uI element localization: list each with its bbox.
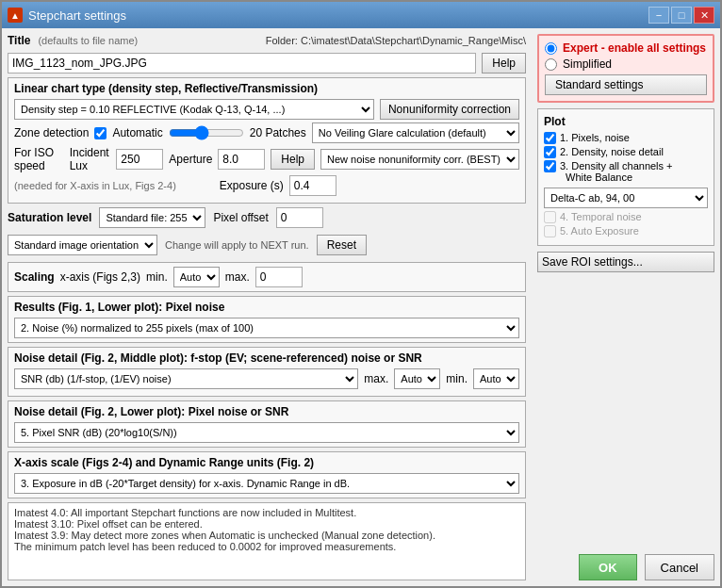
minimize-button[interactable]: − [648,7,669,24]
titlebar-controls: − □ ✕ [648,7,714,24]
xaxis-title: X-axis scale (Figs 2-4) and Dynamic Rang… [14,456,519,469]
lux-input[interactable] [116,149,163,170]
iso-label: For ISO speed [14,146,64,172]
titlebar-left: ▲ Stepchart settings [8,8,126,23]
nonuniformity-button[interactable]: Nonuniformity correction [380,99,519,120]
plot-title: Plot [544,115,708,128]
results-title: Results (Fig. 1, Lower plot): Pixel nois… [14,301,519,314]
change-note: Change will apply to NEXT run. [165,239,309,251]
results-section: Results (Fig. 1, Lower plot): Pixel nois… [8,296,526,343]
automatic-label: Automatic [112,126,162,139]
plot-checkbox-5[interactable] [544,225,556,237]
chart-section-title: Linear chart type (density step, Reflect… [14,82,519,95]
save-roi-button[interactable]: Save ROI settings... [537,252,714,272]
plot-label-3: 3. Density all channels + White Balance [560,160,673,183]
standard-file-select[interactable]: Standard file: 255 [99,207,205,228]
density-select[interactable]: Density step = 0.10 REFLECTIVE (Kodak Q-… [14,99,374,120]
scaling-section: Scaling x-axis (Figs 2,3) min. Auto max. [8,262,526,292]
noise-mid-min-select[interactable]: Auto [473,368,519,389]
simplified-label: Simplified [563,57,612,71]
needed-label: (needed for X-axis in Lux, Figs 2-4) [14,180,176,191]
plot-checkbox-2[interactable] [544,146,556,158]
reset-button[interactable]: Reset [317,235,367,255]
expert-panel: Expert - enable all settings Simplified … [537,34,714,103]
orientation-select[interactable]: Standard image orientation [8,235,157,255]
min-label: min. [146,270,168,284]
noise-select[interactable]: New noise nonuniformity corr. (BEST) [320,149,519,170]
content-area: Title (defaults to file name) Folder: C:… [2,28,720,586]
exposure-label: Exposure (s) [220,179,284,192]
orientation-row: Standard image orientation Change will a… [8,235,526,255]
help-button-top[interactable]: Help [482,53,526,74]
patches-label: 20 Patches [250,126,306,139]
plot-checkbox-3[interactable] [544,160,556,172]
simplified-row: Simplified [545,57,707,71]
iso-row: For ISO speed Incident Lux Aperture Help… [14,146,519,172]
automatic-checkbox[interactable] [94,127,107,139]
pixel-offset-input[interactable] [276,207,323,228]
right-panel: Expert - enable all settings Simplified … [532,28,720,586]
expert-row: Expert - enable all settings [545,41,707,55]
aperture-label: Aperture [169,153,212,166]
help-button-iso[interactable]: Help [271,149,315,170]
results-select[interactable]: 2. Noise (%) normalized to 255 pixels (m… [14,318,519,338]
xaxis-section: X-axis scale (Figs 2-4) and Dynamic Rang… [8,451,526,498]
pixel-offset-label: Pixel offset [213,211,268,224]
window-title: Stepchart settings [28,8,126,23]
needed-row: (needed for X-axis in Lux, Figs 2-4) Exp… [14,175,519,196]
noise-low-select[interactable]: 5. Pixel SNR (dB) (20*log10(S/N)) [14,422,519,443]
filename-input[interactable] [8,53,476,74]
scaling-label: Scaling [14,270,55,284]
simplified-radio[interactable] [545,58,557,71]
cancel-button[interactable]: Cancel [645,554,714,580]
main-panel: Title (defaults to file name) Folder: C:… [2,28,532,586]
aperture-input[interactable] [218,149,265,170]
noise-mid-max-select[interactable]: Auto [394,368,440,389]
veiling-select[interactable]: No Veiling Glare calculation (default) [312,122,519,143]
ok-button[interactable]: OK [579,554,637,580]
info-line-2: Imatest 3.10: Pixel offset can be entere… [14,518,519,530]
scaling-row: Scaling x-axis (Figs 2,3) min. Auto max. [14,267,519,287]
incident-lux-label: Incident Lux [70,146,111,172]
plot-item-2: 2. Density, noise detail [544,146,708,158]
exposure-input[interactable] [289,175,336,196]
expert-label: Expert - enable all settings [563,41,706,55]
noise-mid-min-label: min. [446,372,468,385]
noise-mid-title: Noise detail (Fig. 2, Middle plot): f-st… [14,351,519,365]
plot-label-1: 1. Pixels, noise [560,132,630,143]
max-input[interactable] [255,267,303,287]
expert-radio[interactable] [545,42,557,55]
info-box: Imatest 4.0: All important Stepchart fun… [8,502,526,580]
noise-mid-row: SNR (db) (1/f-stop, (1/EV) noise) max. A… [14,368,519,389]
noise-mid-section: Noise detail (Fig. 2, Middle plot): f-st… [8,347,526,397]
plot-checkbox-1[interactable] [544,132,556,144]
maximize-button[interactable]: □ [671,7,692,24]
standard-settings-button[interactable]: Standard settings [545,74,707,95]
folder-label: Folder: C:\imatest\Data\Stepchart\Dynami… [266,35,526,46]
title-label: Title [8,34,30,47]
zone-label: Zone detection [14,126,89,139]
plot-checkbox-4[interactable] [544,211,556,223]
titlebar: ▲ Stepchart settings − □ ✕ [2,2,720,28]
xaxis-label: x-axis (Figs 2,3) [60,270,140,284]
info-line-1: Imatest 4.0: All important Stepchart fun… [14,507,519,518]
close-button[interactable]: ✕ [694,7,714,24]
xaxis-select[interactable]: 3. Exposure in dB (-20*Target density) f… [14,473,519,494]
max-label: max. [225,270,250,284]
noise-mid-max-label: max. [364,372,388,385]
title-hint: (defaults to file name) [38,35,138,46]
density-row: Density step = 0.10 REFLECTIVE (Kodak Q-… [14,99,519,120]
plot-item-1: 1. Pixels, noise [544,132,708,144]
info-line-3: Imatest 3.9: May detect more zones when … [14,530,519,541]
min-select[interactable]: Auto [173,267,220,287]
filename-row: Help [8,53,526,74]
plot-item-3: 3. Density all channels + White Balance [544,160,708,183]
patches-slider[interactable] [169,125,244,140]
noise-low-title: Noise detail (Fig. 2, Lower plot): Pixel… [14,405,519,418]
info-line-4: The minimum patch level has been reduced… [14,541,519,552]
plot-item-4: 4. Temporal noise [544,211,708,223]
noise-mid-select[interactable]: SNR (db) (1/f-stop, (1/EV) noise) [14,368,358,389]
delta-select[interactable]: Delta-C ab, 94, 00 [544,188,708,208]
main-window: ▲ Stepchart settings − □ ✕ Title (defaul… [0,0,722,588]
plot-label-2: 2. Density, noise detail [560,146,664,157]
